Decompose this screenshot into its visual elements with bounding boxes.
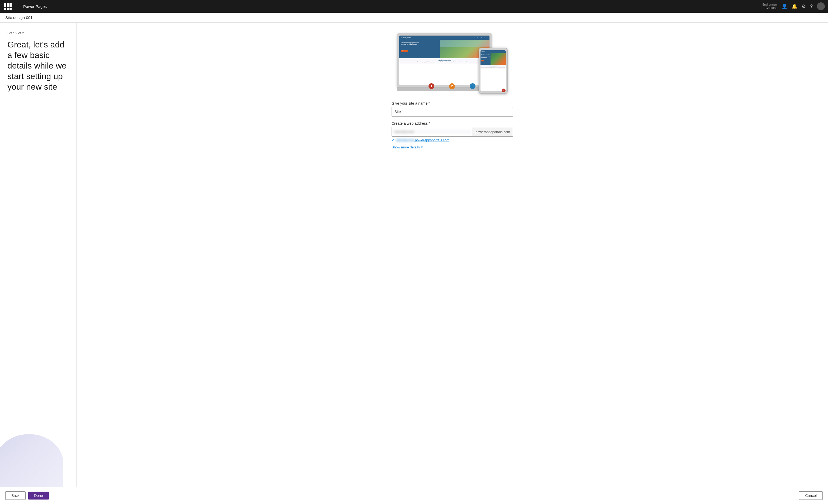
screen-nav-link: Home	[474, 37, 477, 39]
preview-container: Company name Home Pages Contact us ...	[397, 33, 508, 94]
validation-url-suffix: .powerappsportals.com	[414, 138, 449, 142]
web-address-row: .powerappsportals.com	[391, 127, 513, 137]
phone-nav-text: Company	[481, 51, 485, 52]
screen-hero-overlay	[440, 40, 490, 47]
circle-1: 1	[428, 83, 434, 89]
environment-value: Contoso	[765, 6, 777, 10]
content-area: Company name Home Pages Contact us ...	[77, 23, 828, 487]
sidebar-heading: Great, let's add a few basic details whi…	[7, 39, 69, 92]
environment-label: Environment	[762, 3, 777, 6]
form-section: Give your site a name * Create a web add…	[391, 101, 513, 149]
validation-url-blurred: site1blurred	[396, 138, 414, 142]
done-button[interactable]: Done	[28, 492, 48, 500]
validation-url[interactable]: site1blurred.powerappsportals.com	[396, 138, 449, 142]
web-address-suffix: .powerappsportals.com	[472, 127, 513, 136]
microsoft-logo	[15, 4, 20, 9]
notification-icon[interactable]: 🔔	[792, 3, 797, 9]
screen-nav-links: Home Pages Contact us ...	[474, 37, 488, 39]
screen-nav-link: Pages	[477, 37, 480, 39]
sidebar: Step 2 of 2 Great, let's add a few basic…	[0, 23, 77, 487]
web-address-input[interactable]	[392, 130, 472, 134]
phone-screen-intro: Introduction section Create a short para…	[481, 65, 506, 69]
show-more-label: Show more details	[391, 145, 420, 149]
screen-hero: Create an engaging headline, welcome, or…	[399, 40, 490, 58]
phone-intro-text: Create a short paragraph that shows your…	[481, 67, 505, 68]
phone-screen-nav: Company	[481, 50, 506, 53]
settings-icon[interactable]: ⚙	[801, 3, 806, 9]
top-navigation: Power Pages Environment Contoso 👤 🔔 ⚙ ?	[0, 0, 828, 13]
screen-nav-link: Contact us	[481, 37, 486, 39]
profile-icon[interactable]: 👤	[782, 3, 787, 9]
show-more-button[interactable]: Show more details ∨	[391, 145, 423, 149]
page-header: Site design 001	[0, 13, 828, 23]
phone-hero-bg	[491, 53, 506, 65]
cancel-button[interactable]: Cancel	[799, 491, 823, 500]
phone-screen: Company Create an engaging headline, wel…	[481, 50, 506, 91]
phone-intro-title: Introduction section	[481, 65, 505, 67]
screen-nav-link: ...	[487, 37, 488, 39]
laptop-preview: Company name Home Pages Contact us ...	[397, 33, 492, 91]
help-icon[interactable]: ?	[810, 4, 813, 9]
nav-right: Environment Contoso 👤 🔔 ⚙ ?	[762, 2, 825, 10]
web-address-label: Create a web address *	[391, 121, 513, 126]
waffle-icon[interactable]	[3, 2, 13, 11]
phone-preview: Company Create an engaging headline, wel…	[479, 48, 508, 94]
phone-body: Company Create an engaging headline, wel…	[479, 48, 508, 94]
environment-info: Environment Contoso	[762, 3, 777, 10]
phone-circle-1: 1	[502, 89, 505, 92]
screen-intro: Introduction section Create a short para…	[399, 58, 490, 63]
phone-hero-text: Create an engaging headline, welcome, or…	[481, 54, 492, 58]
circle-2: 2	[449, 83, 455, 89]
step-indicator: Step 2 of 2	[7, 31, 69, 35]
chevron-down-icon: ∨	[421, 145, 423, 149]
screen-intro-text: Create a short paragraph that shows your…	[401, 61, 488, 62]
nav-left: Power Pages	[3, 2, 47, 11]
main-layout: Step 2 of 2 Great, let's add a few basic…	[0, 23, 828, 487]
check-icon: ✓	[391, 138, 395, 142]
circle-3: 3	[470, 83, 475, 89]
back-button[interactable]: Back	[5, 491, 26, 500]
screen-hero-text: Create an engaging headline, welcome, or…	[401, 42, 424, 46]
phone-hero-btn: CTA	[481, 60, 484, 61]
screen-intro-title: Introduction section	[401, 59, 488, 61]
validation-row: ✓ site1blurred.powerappsportals.com	[391, 138, 513, 142]
laptop-base	[397, 87, 492, 91]
laptop-body: Company name Home Pages Contact us ...	[397, 33, 492, 87]
screen-logo: Company name	[401, 37, 411, 39]
laptop-screen: Company name Home Pages Contact us ...	[399, 35, 490, 85]
site-name-input[interactable]	[391, 107, 513, 117]
screen-navbar: Company name Home Pages Contact us ...	[399, 36, 490, 40]
footer: Back Done Cancel	[0, 487, 828, 504]
user-avatar[interactable]	[817, 2, 825, 10]
screen-hero-btn: Call to action	[401, 50, 408, 52]
site-name-label: Give your site a name *	[391, 101, 513, 105]
phone-screen-hero: Create an engaging headline, welcome, or…	[481, 53, 506, 65]
product-name: Power Pages	[23, 4, 47, 9]
page-title: Site design 001	[5, 15, 33, 20]
sidebar-decoration	[0, 434, 63, 487]
